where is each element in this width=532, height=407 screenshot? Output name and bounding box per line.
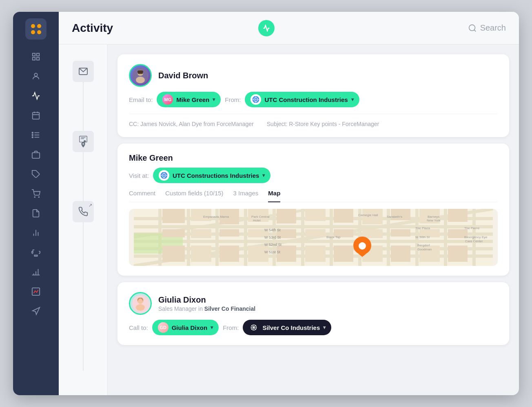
card3-call-person: Giulia Dixon: [172, 324, 208, 331]
sidebar-item-person[interactable]: [25, 67, 47, 85]
svg-text:Empanada Mama: Empanada Mama: [203, 215, 229, 219]
tab-map[interactable]: Map: [268, 190, 280, 202]
card3-call-chevron: ▾: [211, 325, 213, 330]
svg-rect-72: [162, 209, 185, 223]
svg-text:W 54th St: W 54th St: [264, 228, 281, 232]
tab-images[interactable]: 3 Images: [233, 190, 259, 202]
svg-text:Hotel: Hotel: [253, 219, 261, 222]
svg-rect-0: [33, 53, 35, 56]
sidebar-item-document[interactable]: [25, 204, 47, 222]
svg-point-39: [136, 77, 145, 83]
svg-point-12: [32, 132, 33, 133]
sidebar-item-bar-chart[interactable]: [25, 263, 47, 281]
card1-from-chevron: ▾: [351, 97, 354, 102]
svg-rect-96: [219, 246, 239, 262]
left-activity-panel: ↗: [59, 44, 108, 395]
card1-from-chip[interactable]: UTC Construction Industries ▾: [245, 92, 359, 107]
giulia-small-avatar: GD: [158, 322, 168, 333]
phone-arrow-icon: ↗: [89, 203, 92, 208]
card1-to-person: Mike Green: [176, 96, 209, 103]
card2-utc-icon: [159, 170, 169, 181]
card1-cc-text: CC: James Novick, Alan Dye from ForceMan…: [129, 121, 254, 127]
sidebar-item-list[interactable]: [25, 126, 47, 144]
sidebar-item-trophy[interactable]: [25, 243, 47, 261]
svg-rect-3: [37, 58, 39, 60]
map-svg: W 54th St W 53rd St W 52nd St W 51st St …: [129, 209, 498, 266]
svg-rect-1: [37, 53, 39, 56]
svg-point-29: [469, 24, 475, 31]
sidebar-item-tag[interactable]: [25, 165, 47, 183]
search-placeholder: Search: [480, 23, 506, 33]
search-area[interactable]: Search: [468, 23, 506, 33]
svg-rect-15: [32, 153, 40, 158]
svg-rect-100: [334, 246, 353, 262]
svg-rect-95: [191, 246, 211, 262]
content-wrapper: ↗: [59, 44, 519, 395]
tab-custom-fields[interactable]: Custom fields (10/15): [165, 190, 224, 202]
page-title: Activity: [72, 22, 252, 35]
sidebar-item-megaphone[interactable]: [25, 302, 47, 320]
svg-text:The Pierre: The Pierre: [464, 226, 480, 230]
main-area: Activity Search: [59, 12, 519, 395]
svg-rect-84: [191, 229, 211, 238]
sidebar-item-activity[interactable]: [25, 87, 47, 105]
svg-rect-82: [448, 209, 468, 222]
search-icon: [468, 24, 477, 33]
sidebar: [13, 12, 59, 395]
svg-point-17: [34, 197, 35, 197]
svg-rect-83: [162, 229, 185, 237]
svg-text:New York: New York: [427, 219, 441, 222]
svg-point-128: [136, 304, 145, 311]
david-brown-avatar: [129, 64, 152, 87]
card3-from-chip[interactable]: Silver Co Industries ▾: [243, 320, 331, 335]
sidebar-item-chart[interactable]: [25, 224, 47, 242]
card2-tabs: Comment Custom fields (10/15) 3 Images M…: [129, 190, 498, 202]
svg-text:The Plaza: The Plaza: [415, 226, 430, 230]
card2-visit-company: UTC Constructions Industries: [173, 172, 259, 179]
giulia-dixon-card: Giulia Dixon Sales Manager in Silver Co …: [117, 282, 509, 345]
svg-text:Bergdorf: Bergdorf: [417, 243, 430, 247]
giulia-dixon-subtitle: Sales Manager in Silver Co Financial: [158, 305, 255, 312]
svg-rect-99: [305, 246, 326, 262]
svg-rect-2: [33, 58, 35, 60]
svg-text:W 51st St: W 51st St: [264, 250, 281, 254]
svg-rect-104: [448, 246, 468, 262]
sidebar-item-cart[interactable]: [25, 185, 47, 203]
svg-text:Emergency Eye: Emergency Eye: [464, 235, 488, 239]
email-activity-icon: [73, 61, 94, 82]
app-logo[interactable]: [25, 18, 47, 40]
card2-visit-chevron: ▾: [262, 173, 265, 178]
card2-header: Mike Green: [129, 153, 498, 163]
card1-from-label: From:: [225, 96, 241, 103]
svg-rect-85: [219, 229, 239, 237]
svg-line-30: [474, 30, 476, 31]
svg-rect-90: [362, 229, 383, 238]
sidebar-item-briefcase[interactable]: [25, 146, 47, 164]
card2-visit-chip[interactable]: UTC Constructions Industries ▾: [153, 168, 271, 183]
tab-comment[interactable]: Comment: [129, 190, 155, 202]
card1-header: David Brown: [129, 64, 498, 87]
svg-text:W 53rd St: W 53rd St: [264, 235, 281, 239]
location-activity-icon: [73, 131, 94, 152]
card3-from-chevron: ▾: [323, 325, 326, 330]
card1-to-chip[interactable]: MG Mike Green ▾: [157, 92, 221, 107]
sidebar-item-analytics[interactable]: [25, 283, 47, 301]
card3-call-label: Call to:: [129, 324, 148, 331]
add-activity-button[interactable]: [258, 20, 275, 36]
card3-header: Giulia Dixon Sales Manager in Silver Co …: [129, 292, 498, 315]
card1-divider: [129, 114, 498, 114]
card1-subject-text: Subject: R-Store Key points - ForceManag…: [267, 121, 379, 127]
svg-rect-88: [305, 229, 326, 237]
svg-text:Sarabeth's: Sarabeth's: [387, 215, 402, 219]
card3-meta-row: Call to: GD Giulia Dixon ▾ From:: [129, 320, 498, 335]
card3-call-chip[interactable]: GD Giulia Dixon ▾: [152, 320, 219, 335]
svg-text:Carnegie Hall: Carnegie Hall: [358, 213, 378, 217]
svg-text:Barneys: Barneys: [428, 215, 439, 219]
giulia-dixon-avatar: [129, 292, 152, 315]
svg-rect-91: [391, 229, 410, 237]
map-view: W 54th St W 53rd St W 52nd St W 51st St …: [129, 209, 498, 266]
sidebar-item-calendar[interactable]: [25, 106, 47, 124]
svg-text:Park Central: Park Central: [251, 215, 270, 219]
card1-to-chevron: ▾: [213, 97, 215, 102]
sidebar-item-grid[interactable]: [25, 48, 47, 66]
